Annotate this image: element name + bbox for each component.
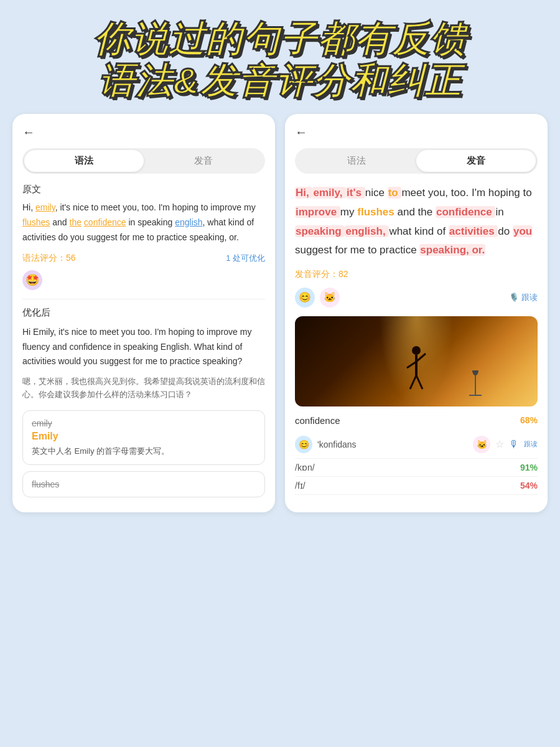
pron-the-right: the [418,206,436,218]
correction-note-1: 英文中人名 Emily 的首字母需要大写。 [32,446,256,457]
stage-figure [401,344,432,400]
correction-card-2: flushes [22,471,265,497]
pron-suggest: suggest for me to practice [295,244,419,256]
pron-to: to [388,187,402,199]
pron-english: english, [345,225,389,237]
right-tab-grammar[interactable]: 语法 [297,150,416,172]
phoneme-kon-pct: 91% [520,463,538,472]
left-back-button[interactable]: ← [22,125,265,139]
pron-speaking2: speaking, or. [419,244,485,256]
word-flushes: flushes [22,217,50,227]
left-tab-grammar[interactable]: 语法 [24,150,144,172]
phoneme-score-fi: /fɪ/ 54% [295,477,538,495]
right-tab-pronunciation[interactable]: 发音 [416,150,536,172]
star-icon[interactable]: ☆ [495,438,504,450]
right-tab-row: 语法 发音 [295,148,538,174]
phoneme-avatar-cat: 🐱 [473,436,490,453]
correction-wrong-2: flushes [32,479,256,489]
optimize-button[interactable]: 1 处可优化 [226,253,265,264]
pron-meet: meet [401,187,428,199]
correction-card-1: emily Emily 英文中人名 Emily 的首字母需要大写。 [22,410,265,465]
left-tab-row: 语法 发音 [22,148,265,174]
mic-stand-right [450,370,500,402]
phoneme-fi: /fɪ/ [295,481,306,491]
phoneme-mic-icon[interactable]: 🎙 [509,439,519,450]
svg-line-2 [416,354,426,362]
avatar-user: 😊 [295,288,315,308]
stage-image [295,316,538,406]
pron-activities: activities [449,225,498,237]
svg-point-0 [412,346,421,355]
main-panels: ← 语法 发音 原文 Hi, emily, it's nice to meet … [0,114,560,530]
word-the: the [70,217,82,227]
phoneme-transcription: 'konfidans [317,439,468,449]
pron-score-row: 发音评分：82 [295,269,538,280]
pron-emily: emily, [312,187,346,199]
original-label: 原文 [22,184,265,195]
svg-point-8 [472,370,478,375]
mic-icon: 🎙️ [509,293,519,302]
pron-too: too. [451,187,472,199]
right-back-button[interactable]: ← [295,125,538,139]
pron-you2: you [513,225,533,237]
follow-read-label: 跟读 [521,292,538,303]
left-tab-pronunciation[interactable]: 发音 [144,150,263,172]
phoneme-row-konfidans: 😊 'konfidans 🐱 ☆ 🎙 跟读 [295,431,538,459]
pron-my: my [340,206,357,218]
word-english: english [175,217,202,227]
pron-what: what [389,225,414,237]
confidence-word: confidence [295,415,340,426]
pronunciation-text: Hi, emily, it's nice to meet you, too. I… [295,184,538,260]
pron-score: 发音评分：82 [295,269,348,280]
avatar-pair: 😊 🐱 [295,288,340,308]
word-confidence: confidence [84,217,126,227]
correction-right-1: Emily [32,431,256,442]
follow-read-small: 跟读 [524,439,538,449]
confidence-pct: 68% [520,415,538,425]
pron-its: it's [346,187,365,199]
header: 你说过的句子都有反馈 语法&发音评分和纠正 [0,0,560,114]
correction-wrong-1: emily [32,418,256,428]
pron-confidence: confidence [436,206,495,218]
pron-hi: Hi, [295,187,312,199]
word-emily: emily [35,202,55,212]
optimized-text: Hi Emily, it's nice to meet you too. I'm… [22,325,265,369]
header-title: 你说过的句子都有反馈 语法&发音评分和纠正 [25,19,535,101]
pron-im-hoping: I'm hoping to [472,187,532,199]
pron-kind: kind of [414,225,449,237]
score-row: 语法评分：56 1 处可优化 [22,253,265,264]
pron-improve: improve [295,206,340,218]
svg-line-4 [410,375,416,389]
pron-and: and [398,206,418,218]
pron-flushes: flushes [357,206,397,218]
pron-you: you, [428,187,451,199]
phoneme-avatar-user: 😊 [295,436,312,453]
divider [22,299,265,299]
optimized-cn: 嗯，艾米丽，我也很高兴见到你。我希望提高我说英语的流利度和信心。你会建议我参加什… [22,375,265,402]
pron-nice: nice [365,187,388,199]
optimized-label: 优化后 [22,307,265,319]
pron-in: in [495,206,503,218]
left-panel: ← 语法 发音 原文 Hi, emily, it's nice to meet … [12,114,275,512]
avatar-cat: 🐱 [320,288,340,308]
pron-do: do [498,225,513,237]
phoneme-kon: /kɒn/ [295,463,315,472]
svg-line-5 [416,375,422,389]
pron-speaking1: speaking [295,225,345,237]
grammar-score: 语法评分：56 [22,253,76,264]
follow-read-button[interactable]: 🎙️ 跟读 [509,292,538,303]
right-panel: ← 语法 发音 Hi, emily, it's nice to meet you… [285,114,548,512]
svg-line-3 [407,362,416,368]
confidence-header: confidence 68% [295,415,538,426]
left-avatar: 🤩 [22,270,42,290]
phoneme-fi-pct: 54% [520,481,538,491]
phoneme-score-kon: /kɒn/ 91% [295,459,538,477]
original-text: Hi, emily, it's nice to meet you, too. I… [22,200,265,245]
word-confidence-section: confidence 68% 😊 'konfidans 🐱 ☆ 🎙 跟读 /kɒ… [295,415,538,495]
